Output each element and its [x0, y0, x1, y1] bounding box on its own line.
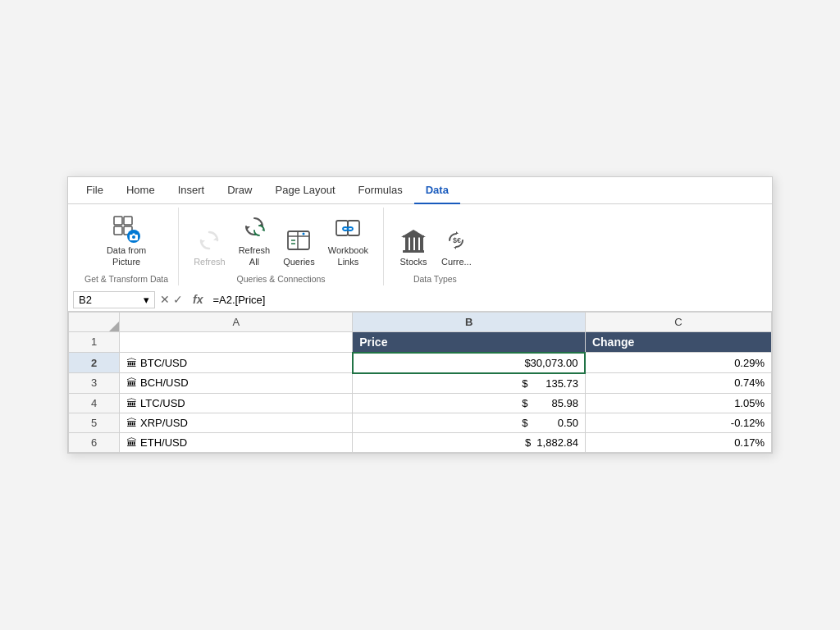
svg-point-6 — [132, 235, 135, 239]
svg-marker-8 — [213, 236, 217, 240]
name-box-dropdown-icon[interactable]: ▾ — [144, 294, 149, 306]
cell-a6[interactable]: 🏛 ETH/USD — [120, 432, 353, 452]
tab-insert[interactable]: Insert — [167, 177, 217, 204]
cell-c6[interactable]: 0.17% — [585, 432, 771, 452]
svg-rect-0 — [114, 217, 122, 225]
svg-rect-27 — [415, 237, 418, 250]
cell-a2[interactable]: 🏛 BTC/USD — [120, 353, 353, 373]
corner-cell — [69, 312, 120, 331]
name-box[interactable]: B2 ▾ — [73, 291, 155, 308]
table-row: 4 🏛 LTC/USD $ 85.98 1.05% — [69, 393, 772, 413]
bank-icon-eth: 🏛 — [126, 436, 137, 449]
cell-b4[interactable]: $ 85.98 — [353, 393, 586, 413]
data-from-picture-label: Data fromPicture — [107, 245, 146, 267]
table-row: 5 🏛 XRP/USD $ 0.50 -0.12% — [69, 413, 772, 432]
row-header-1[interactable]: 1 — [69, 331, 120, 353]
row-header-6[interactable]: 6 — [69, 432, 120, 452]
svg-point-23 — [348, 227, 353, 231]
ribbon-group-data-types: Stocks $€ Curre... — [384, 208, 486, 285]
cell-a3[interactable]: 🏛 BCH/USD — [120, 373, 353, 394]
formula-icons: ✕ ✓ — [160, 293, 183, 306]
svg-rect-1 — [124, 217, 132, 225]
svg-marker-31 — [456, 231, 459, 234]
queries-button[interactable]: Queries — [278, 222, 320, 271]
refresh-all-label: RefreshAll — [239, 245, 271, 267]
fx-label: fx — [188, 293, 208, 306]
cell-c5[interactable]: -0.12% — [585, 413, 771, 432]
spreadsheet: A B C 1 Price Change 2 🏛 BTC/USD — [68, 312, 772, 453]
ribbon-group-queries: Refresh — [179, 208, 384, 285]
refresh-all-icon — [240, 214, 269, 244]
currencies-label: Curre... — [441, 257, 472, 267]
spreadsheet-table: A B C 1 Price Change 2 🏛 BTC/USD — [68, 312, 772, 453]
svg-rect-25 — [405, 237, 409, 250]
cell-a5[interactable]: 🏛 XRP/USD — [120, 413, 353, 432]
stocks-button[interactable]: Stocks — [394, 222, 433, 271]
ribbon-group-get-transform: Data fromPicture Get & Transform Data — [75, 208, 179, 285]
cell-c4[interactable]: 1.05% — [585, 393, 771, 413]
tab-data[interactable]: Data — [414, 177, 460, 204]
table-row: 3 🏛 BCH/USD $ 135.73 0.74% — [69, 373, 772, 394]
stocks-icon — [399, 226, 428, 255]
tab-page-layout[interactable]: Page Layout — [264, 177, 347, 204]
stocks-label: Stocks — [400, 257, 427, 267]
cell-b1[interactable]: Price — [353, 331, 586, 353]
formula-bar: B2 ▾ ✕ ✓ fx =A2.[Price] — [68, 289, 772, 312]
svg-marker-9 — [201, 240, 205, 244]
svg-rect-21 — [348, 221, 359, 235]
queries-icon — [284, 226, 313, 255]
cell-b2[interactable]: $30,073.00 — [353, 353, 586, 373]
workbook-links-label: WorkbookLinks — [328, 245, 368, 267]
table-row: 6 🏛 ETH/USD $ 1,882.84 0.17% — [69, 432, 772, 452]
ribbon-tabs: File Home Insert Draw Page Layout Formul… — [68, 177, 772, 204]
svg-rect-2 — [114, 226, 122, 235]
row-header-2[interactable]: 2 — [69, 353, 120, 373]
tab-formulas[interactable]: Formulas — [347, 177, 414, 204]
refresh-button[interactable]: Refresh — [189, 222, 231, 271]
cell-c3[interactable]: 0.74% — [585, 373, 771, 394]
confirm-icon[interactable]: ✓ — [173, 293, 183, 306]
row-header-4[interactable]: 4 — [69, 393, 120, 413]
cell-a4[interactable]: 🏛 LTC/USD — [120, 393, 353, 413]
cell-b3[interactable]: $ 135.73 — [353, 373, 586, 394]
cell-c2[interactable]: 0.29% — [585, 353, 771, 373]
cell-c1[interactable]: Change — [585, 331, 771, 353]
formula-input[interactable]: =A2.[Price] — [212, 294, 767, 306]
queries-group-label: Queries & Connections — [237, 274, 326, 284]
tab-file[interactable]: File — [75, 177, 115, 204]
bank-icon-btc: 🏛 — [126, 357, 137, 369]
svg-rect-26 — [410, 237, 413, 250]
table-row: 2 🏛 BTC/USD $30,073.00 0.29% — [69, 353, 772, 373]
svg-point-17 — [303, 232, 305, 235]
currencies-icon: $€ — [441, 226, 471, 255]
tab-home[interactable]: Home — [115, 177, 167, 204]
get-transform-group-label: Get & Transform Data — [84, 274, 168, 284]
svg-rect-28 — [420, 237, 423, 250]
data-from-picture-button[interactable]: Data fromPicture — [102, 211, 151, 270]
queries-label: Queries — [283, 257, 315, 267]
svg-marker-11 — [246, 226, 250, 231]
data-from-picture-icon — [112, 214, 141, 244]
svg-text:$€: $€ — [453, 236, 461, 244]
svg-rect-20 — [336, 221, 348, 235]
workbook-links-button[interactable]: WorkbookLinks — [323, 211, 373, 270]
currencies-button[interactable]: $€ Curre... — [436, 222, 477, 271]
bank-icon-bch: 🏛 — [126, 377, 137, 389]
svg-marker-32 — [454, 247, 456, 249]
col-header-a[interactable]: A — [120, 312, 353, 331]
tab-draw[interactable]: Draw — [216, 177, 263, 204]
cell-b6[interactable]: $ 1,882.84 — [353, 432, 586, 452]
col-header-b[interactable]: B — [353, 312, 586, 331]
cell-a1[interactable] — [120, 331, 353, 353]
refresh-all-button[interactable]: RefreshAll — [234, 211, 276, 270]
row-header-5[interactable]: 5 — [69, 413, 120, 432]
row-header-3[interactable]: 3 — [69, 373, 120, 394]
table-row: 1 Price Change — [69, 331, 772, 353]
workbook-links-icon — [333, 214, 363, 244]
data-types-group-label: Data Types — [413, 274, 457, 284]
col-header-c[interactable]: C — [585, 312, 771, 331]
cancel-icon[interactable]: ✕ — [160, 293, 170, 306]
svg-rect-30 — [403, 235, 424, 238]
cell-b5[interactable]: $ 0.50 — [353, 413, 586, 432]
cell-reference: B2 — [79, 294, 92, 306]
